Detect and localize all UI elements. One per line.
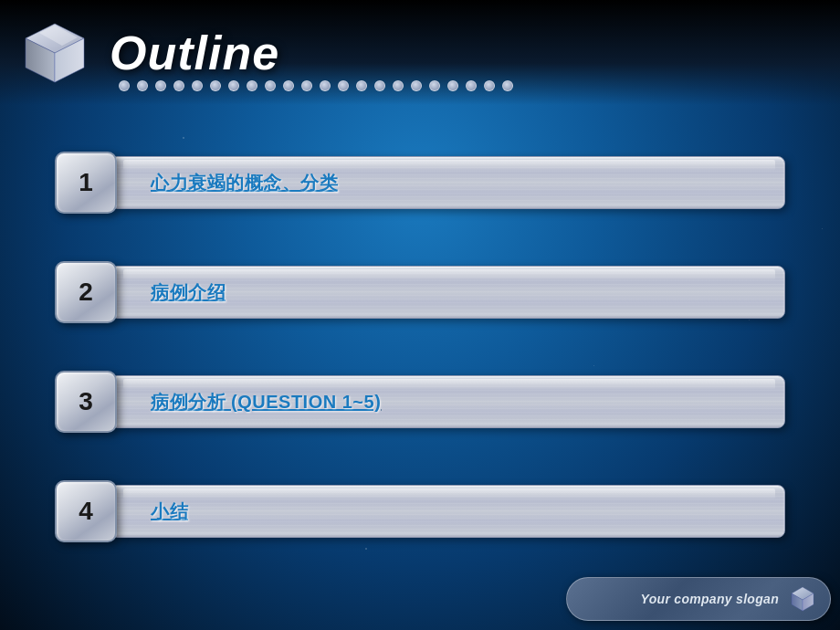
item-text-1: 心力衰竭的概念、分类 (151, 171, 338, 195)
dot-17 (411, 80, 422, 91)
outline-item-1[interactable]: 1 心力衰竭的概念、分类 (55, 150, 785, 215)
item-text-3: 病例分析 (QUESTION 1~5) (151, 390, 381, 415)
outline-item-4[interactable]: 4 小结 (55, 478, 785, 544)
item-number-2: 2 (55, 261, 117, 323)
item-number-4: 4 (55, 480, 117, 542)
outline-content: 1 心力衰竭的概念、分类 2 病例介绍 3 病例分析 (QUESTION 1~5… (55, 119, 785, 575)
dot-5 (192, 80, 203, 91)
dot-19 (447, 80, 458, 91)
item-number-3: 3 (55, 371, 117, 433)
dot-16 (393, 80, 404, 91)
dot-3 (155, 80, 166, 91)
decorative-dots-row (119, 80, 831, 91)
dot-2 (137, 80, 148, 91)
item-number-1: 1 (55, 152, 117, 214)
slogan-icon (788, 584, 817, 614)
outline-item-2[interactable]: 2 病例介绍 (55, 259, 785, 325)
item-bar-4[interactable]: 小结 (113, 485, 785, 538)
dot-1 (119, 80, 130, 91)
dot-20 (466, 80, 477, 91)
item-bar-2[interactable]: 病例介绍 (113, 266, 785, 319)
item-bar-1[interactable]: 心力衰竭的概念、分类 (113, 156, 785, 209)
item-text-4: 小结 (151, 499, 188, 524)
dot-11 (301, 80, 312, 91)
dot-18 (429, 80, 440, 91)
item-bar-3[interactable]: 病例分析 (QUESTION 1~5) (113, 375, 785, 428)
dot-7 (228, 80, 239, 91)
slogan-text: Your company slogan (641, 592, 779, 606)
logo-icon (18, 16, 91, 89)
dot-13 (338, 80, 349, 91)
dot-14 (356, 80, 367, 91)
dot-8 (247, 80, 257, 91)
page-title: Outline (110, 26, 279, 80)
outline-item-3[interactable]: 3 病例分析 (QUESTION 1~5) (55, 369, 785, 435)
dot-6 (210, 80, 221, 91)
slogan-bar: Your company slogan (566, 577, 831, 621)
dot-22 (502, 80, 513, 91)
dot-4 (173, 80, 184, 91)
dot-9 (265, 80, 276, 91)
dot-10 (283, 80, 294, 91)
dot-12 (320, 80, 331, 91)
item-text-2: 病例介绍 (151, 280, 226, 305)
dot-21 (484, 80, 495, 91)
dot-15 (374, 80, 385, 91)
